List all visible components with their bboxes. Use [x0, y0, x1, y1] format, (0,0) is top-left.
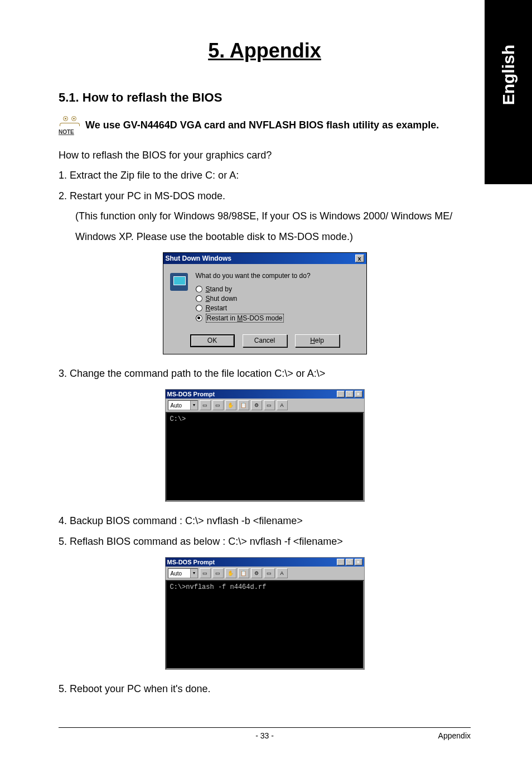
step-5: 5. Reflash BIOS command as below : C:\> … — [59, 532, 471, 550]
dos-window-2: MS-DOS Prompt _ □ × Auto▾ ▭ ▭ ✋ 📋 ⚙ ▭ A … — [165, 557, 365, 670]
dialog-title-text: Shut Down Windows — [166, 255, 232, 262]
step-6: 5. Reboot your PC when it's done. — [59, 680, 471, 698]
radio-icon — [196, 286, 202, 292]
maximize-button[interactable]: □ — [346, 559, 354, 565]
close-button[interactable]: × — [355, 391, 362, 397]
maximize-button[interactable]: □ — [346, 391, 354, 397]
dialog-titlebar: Shut Down Windows x — [163, 253, 366, 264]
option-msdos-label: Restart in MS-DOS mode — [206, 314, 284, 323]
toolbar-btn[interactable]: A — [277, 400, 288, 410]
option-shutdown-label: Shut down — [206, 295, 238, 303]
footer-row: - 33 - Appendix — [59, 731, 471, 740]
dos-titlebar: MS-DOS Prompt _ □ × — [166, 390, 364, 399]
dialog-buttons: OK Cancel Help — [163, 332, 366, 354]
option-standby-label: Stand by — [206, 285, 232, 293]
dialog-options: What do you want the computer to do? Sta… — [196, 272, 360, 324]
close-button[interactable]: x — [355, 255, 364, 262]
dos-prompt-figure-1: MS-DOS Prompt _ □ × Auto▾ ▭ ▭ ✋ 📋 ⚙ ▭ A … — [59, 389, 471, 502]
minimize-button[interactable]: _ — [337, 559, 345, 565]
font-size-select[interactable]: Auto▾ — [168, 568, 198, 578]
section-heading: 5.1. How to reflash the BIOS — [59, 90, 471, 105]
toolbar-btn[interactable]: 📋 — [238, 568, 249, 578]
dos-prompt-figure-2: MS-DOS Prompt _ □ × Auto▾ ▭ ▭ ✋ 📋 ⚙ ▭ A … — [59, 557, 471, 670]
toolbar-btn[interactable]: ✋ — [225, 568, 236, 578]
language-tab-text: English — [499, 45, 518, 105]
option-shutdown[interactable]: Shut down — [196, 295, 360, 303]
intro-question: How to reflash the BIOS for your graphic… — [59, 146, 471, 164]
toolbar-btn[interactable]: A — [277, 568, 288, 578]
close-button[interactable]: × — [355, 559, 362, 565]
window-buttons: _ □ × — [337, 391, 362, 397]
option-restart[interactable]: Restart — [196, 304, 360, 312]
dos-line: C:\> — [170, 415, 186, 423]
footer-section: Appendix — [426, 731, 471, 740]
ok-button[interactable]: OK — [190, 334, 235, 347]
shutdown-dialog: Shut Down Windows x What do you want the… — [163, 252, 367, 354]
toolbar-btn[interactable]: ▭ — [200, 400, 211, 410]
dos-window-1: MS-DOS Prompt _ □ × Auto▾ ▭ ▭ ✋ 📋 ⚙ ▭ A … — [165, 389, 365, 502]
shutdown-dialog-figure: Shut Down Windows x What do you want the… — [59, 252, 471, 354]
page-number: - 33 - — [103, 731, 426, 740]
page-footer: - 33 - Appendix — [0, 727, 532, 740]
help-button[interactable]: Help — [295, 334, 340, 347]
dos-titlebar: MS-DOS Prompt _ □ × — [166, 558, 364, 567]
step-2a: (This function only for Windows 98/98SE,… — [59, 207, 471, 225]
shutdown-icon — [170, 273, 188, 291]
dialog-body: What do you want the computer to do? Sta… — [163, 264, 366, 332]
dos-screen[interactable]: C:\> — [166, 412, 364, 501]
toolbar-btn[interactable]: ▭ — [264, 400, 275, 410]
window-buttons: _ □ × — [337, 559, 362, 565]
page-content: 5. Appendix 5.1. How to reflash the BIOS… — [0, 0, 532, 723]
cancel-button[interactable]: Cancel — [243, 334, 287, 347]
dos-title-text: MS-DOS Prompt — [167, 559, 215, 565]
note-icon: NOTE — [59, 116, 81, 134]
toolbar-btn[interactable]: ▭ — [212, 568, 224, 578]
dos-line: C:\>nvflash -f n4464d.rf — [170, 583, 267, 591]
dialog-question: What do you want the computer to do? — [196, 272, 360, 280]
toolbar-btn[interactable]: ▭ — [200, 568, 211, 578]
dos-toolbar: Auto▾ ▭ ▭ ✋ 📋 ⚙ ▭ A — [166, 399, 364, 412]
font-size-select[interactable]: Auto▾ — [168, 400, 198, 410]
step-2: 2. Restart your PC in MS-DOS mode. — [59, 187, 471, 205]
dos-title-text: MS-DOS Prompt — [167, 391, 215, 397]
footer-left — [59, 731, 103, 740]
note-icon-label: NOTE — [59, 129, 74, 135]
step-1: 1. Extract the Zip file to the drive C: … — [59, 166, 471, 184]
radio-icon — [196, 305, 202, 311]
option-restart-label: Restart — [206, 304, 228, 312]
footer-rule — [59, 727, 471, 728]
note-text: We use GV-N4464D VGA card and NVFLASH BI… — [85, 119, 439, 131]
dos-screen[interactable]: C:\>nvflash -f n4464d.rf — [166, 580, 364, 669]
toolbar-btn[interactable]: 📋 — [238, 400, 249, 410]
page-title: 5. Appendix — [59, 39, 471, 63]
toolbar-btn[interactable]: ▭ — [212, 400, 224, 410]
radio-icon-checked — [196, 315, 202, 322]
step-2b: Windows XP. Please use the bootable disk… — [59, 228, 471, 246]
minimize-button[interactable]: _ — [337, 391, 345, 397]
step-4: 4. Backup BIOS command : C:\> nvflash -b… — [59, 512, 471, 530]
toolbar-btn[interactable]: ⚙ — [251, 568, 262, 578]
radio-icon — [196, 295, 202, 302]
toolbar-btn[interactable]: ▭ — [264, 568, 275, 578]
language-tab: English — [485, 0, 532, 184]
step-3: 3. Change the command path to the file l… — [59, 364, 471, 382]
toolbar-btn[interactable]: ⚙ — [251, 400, 262, 410]
option-standby[interactable]: Stand by — [196, 285, 360, 293]
note-row: NOTE We use GV-N4464D VGA card and NVFLA… — [59, 116, 471, 134]
option-msdos[interactable]: Restart in MS-DOS mode — [196, 314, 360, 323]
dos-toolbar: Auto▾ ▭ ▭ ✋ 📋 ⚙ ▭ A — [166, 567, 364, 580]
toolbar-btn[interactable]: ✋ — [225, 400, 236, 410]
